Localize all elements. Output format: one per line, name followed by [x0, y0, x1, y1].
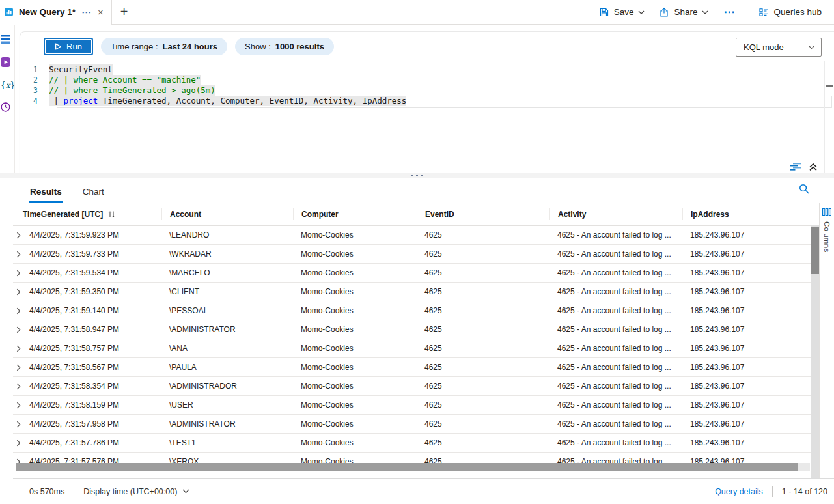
cell-activity: 4625 - An account failed to log ... [549, 231, 682, 240]
time-range-picker[interactable]: Time range : Last 24 hours [101, 38, 227, 55]
cell-activity: 4625 - An account failed to log ... [549, 419, 682, 428]
expand-row-icon[interactable] [16, 440, 21, 447]
cell-ipaddress: 185.243.96.107 [682, 249, 811, 259]
table-row[interactable]: 4/4/2025, 7:31:59.534 PM \MARCELO Momo-C… [13, 264, 811, 283]
more-commands-button[interactable]: ⋯ [716, 5, 743, 19]
status-right: Query details 1 - 14 of 120 [715, 486, 834, 497]
expand-row-icon[interactable] [16, 383, 21, 390]
query-tab[interactable]: New Query 1* ⋯ × [0, 0, 112, 25]
column-header-eventid[interactable]: EventID [417, 208, 549, 220]
horizontal-scrollbar-thumb[interactable] [16, 463, 798, 471]
line-number: 4 [20, 96, 38, 106]
table-row[interactable]: 4/4/2025, 7:31:58.757 PM \ANA Momo-Cooki… [13, 339, 811, 358]
column-header-computer[interactable]: Computer [293, 208, 417, 220]
tab-more-icon[interactable]: ⋯ [81, 9, 92, 16]
format-query-icon[interactable] [790, 163, 801, 171]
tab-close-icon[interactable]: × [98, 8, 104, 17]
command-bar: Save Share ⋯ Queries hub [592, 3, 834, 22]
column-header-account[interactable]: Account [161, 208, 293, 220]
table-row[interactable]: 4/4/2025, 7:31:59.140 PM \PESSOAL Momo-C… [13, 301, 811, 320]
tables-icon[interactable] [1, 35, 11, 45]
table-row[interactable]: 4/4/2025, 7:31:58.947 PM \ADMINISTRATOR … [13, 320, 811, 339]
expand-row-icon[interactable] [16, 326, 21, 333]
cell-ipaddress: 185.243.96.107 [682, 363, 811, 372]
editor-scroll-mark [826, 85, 833, 87]
cell-timegenerated: 4/4/2025, 7:31:57.786 PM [29, 438, 119, 447]
expand-row-icon[interactable] [16, 364, 21, 371]
expand-row-icon[interactable] [16, 270, 21, 277]
table-row[interactable]: 4/4/2025, 7:31:59.923 PM \LEANDRO Momo-C… [13, 226, 811, 245]
table-row[interactable]: 4/4/2025, 7:31:58.354 PM \ADMINISTRADOR … [13, 377, 811, 396]
tab-chart[interactable]: Chart [82, 187, 105, 203]
expand-row-icon[interactable] [16, 251, 21, 258]
cell-ipaddress: 185.243.96.107 [682, 419, 811, 428]
cell-eventid: 4625 [417, 438, 549, 447]
cell-timegenerated: 4/4/2025, 7:31:58.947 PM [29, 325, 119, 334]
show-label: Show : [245, 42, 271, 51]
example-queries-icon[interactable] [1, 57, 11, 68]
editor-actions [790, 163, 818, 171]
table-row[interactable]: 4/4/2025, 7:31:58.159 PM \USER Momo-Cook… [13, 396, 811, 415]
expand-row-icon[interactable] [16, 421, 21, 428]
expand-row-icon[interactable] [16, 402, 21, 409]
code-line[interactable]: 4 | project TimeGenerated, Account, Comp… [20, 96, 406, 106]
code-line[interactable]: 1SecurityEvent [20, 64, 406, 75]
cell-ipaddress: 185.243.96.107 [682, 438, 811, 447]
cell-account: \ADMINISTRATOR [161, 419, 293, 428]
share-button[interactable]: Share [652, 3, 716, 22]
code-text: // | where Account == "machine" [49, 75, 201, 85]
table-row[interactable]: 4/4/2025, 7:31:58.567 PM \PAULA Momo-Coo… [13, 358, 811, 377]
queries-hub-button[interactable]: Queries hub [751, 3, 829, 22]
expand-row-icon[interactable] [16, 288, 21, 296]
status-left: 0s 570ms Display time (UTC+00:00) [13, 486, 189, 497]
column-header-ipaddress[interactable]: IpAddress [682, 208, 811, 220]
cell-account: \PAULA [161, 363, 293, 372]
queries-hub-label: Queries hub [773, 7, 822, 17]
cell-timegenerated: 4/4/2025, 7:31:59.350 PM [29, 287, 119, 296]
cell-account: \MARCELO [161, 268, 293, 277]
vertical-scrollbar-thumb[interactable] [811, 227, 819, 274]
expand-row-icon[interactable] [16, 345, 21, 352]
code-line[interactable]: 3// | where TimeGenerated > ago(5m) [20, 85, 406, 96]
sort-icon[interactable] [107, 210, 116, 218]
display-time-label: Display time (UTC+00:00) [83, 487, 177, 496]
cell-eventid: 4625 [417, 344, 549, 353]
results-table-header: TimeGenerated [UTC] Account Computer Eve… [13, 203, 811, 226]
cell-ipaddress: 185.243.96.107 [682, 287, 811, 296]
show-results-picker[interactable]: Show : 1000 results [235, 38, 334, 55]
display-time-selector[interactable]: Display time (UTC+00:00) [83, 487, 189, 496]
table-row[interactable]: 4/4/2025, 7:31:59.733 PM \WKRADAR Momo-C… [13, 245, 811, 264]
save-button[interactable]: Save [592, 3, 652, 22]
run-button[interactable]: Run [44, 38, 93, 55]
cell-account: \LEANDRO [161, 231, 293, 240]
command-divider [747, 6, 747, 19]
query-editor[interactable]: 1SecurityEvent2// | where Account == "ma… [20, 61, 834, 174]
code-line[interactable]: 2// | where Account == "machine" [20, 75, 406, 85]
run-label: Run [66, 42, 82, 51]
expand-row-icon[interactable] [16, 307, 21, 315]
query-toolbar: Run Time range : Last 24 hours Show : 10… [20, 32, 834, 61]
search-results-icon[interactable] [799, 184, 809, 196]
kql-mode-select[interactable]: KQL mode [736, 38, 822, 57]
columns-side-panel[interactable]: Columns [819, 203, 834, 480]
column-header-activity[interactable]: Activity [549, 208, 682, 220]
cell-activity: 4625 - An account failed to log ... [549, 363, 682, 372]
expand-row-icon[interactable] [16, 232, 21, 239]
functions-icon[interactable]: {x} [1, 81, 11, 91]
query-details-link[interactable]: Query details [715, 487, 763, 496]
table-row[interactable]: 4/4/2025, 7:31:57.786 PM \TEST1 Momo-Coo… [13, 434, 811, 453]
new-tab-button[interactable]: + [120, 5, 128, 20]
tab-results[interactable]: Results [29, 187, 63, 203]
table-row[interactable]: 4/4/2025, 7:31:59.350 PM \CLIENT Momo-Co… [13, 283, 811, 301]
vertical-scrollbar[interactable] [811, 225, 819, 504]
query-history-icon[interactable] [1, 102, 11, 113]
cell-computer: Momo-Cookies [293, 306, 417, 315]
cell-computer: Momo-Cookies [293, 287, 417, 296]
cell-computer: Momo-Cookies [293, 231, 417, 240]
line-number: 3 [20, 85, 38, 96]
collapse-editor-icon[interactable] [809, 163, 818, 171]
table-row[interactable]: 4/4/2025, 7:31:57.958 PM \ADMINISTRATOR … [13, 415, 811, 434]
pane-splitter-handle[interactable] [0, 173, 834, 178]
column-header-timegenerated[interactable]: TimeGenerated [UTC] [13, 208, 161, 220]
horizontal-scrollbar[interactable] [16, 463, 810, 471]
